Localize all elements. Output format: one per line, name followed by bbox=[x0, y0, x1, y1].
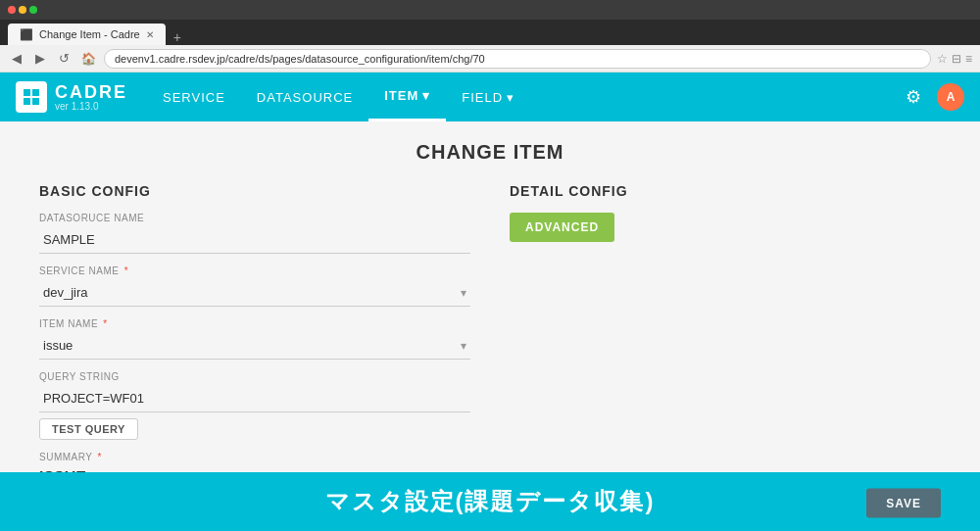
advanced-button[interactable]: ADVANCED bbox=[510, 213, 614, 242]
query-string-field-group: QUERY STRING TEST QUERY bbox=[39, 371, 470, 440]
logo-icon bbox=[16, 81, 47, 113]
tab-favicon: ⬛ bbox=[20, 28, 33, 41]
detail-config-panel: DETAIL CONFIG ADVANCED bbox=[510, 183, 941, 472]
cadre-logo-svg bbox=[22, 87, 41, 107]
header-actions: ⚙ A bbox=[898, 81, 964, 113]
datasource-name-label: DATASORUCE NAME bbox=[39, 213, 470, 223]
nav-item-field-label: FIELD bbox=[462, 90, 503, 105]
home-icon[interactable]: 🏠 bbox=[81, 52, 96, 66]
page-title: CHANGE ITEM bbox=[39, 141, 941, 164]
service-name-select[interactable]: dev_jira bbox=[39, 279, 470, 307]
url-bar[interactable] bbox=[104, 49, 931, 69]
menu-icon[interactable]: ≡ bbox=[965, 52, 972, 66]
logo-area: CADRE ver 1.13.0 bbox=[16, 81, 127, 113]
detail-config-title: DETAIL CONFIG bbox=[510, 183, 941, 199]
summary-field-group: SUMMARY * ISSUE bbox=[39, 452, 470, 472]
footer-banner: マスタ設定(課題データ収集) SAVE bbox=[0, 472, 980, 531]
summary-value: ISSUE bbox=[39, 465, 470, 472]
new-tab-button[interactable]: + bbox=[170, 29, 185, 45]
svg-rect-0 bbox=[24, 89, 30, 96]
avatar[interactable]: A bbox=[937, 83, 964, 111]
query-string-input[interactable] bbox=[39, 385, 470, 412]
app-header: CADRE ver 1.13.0 SERVICE DATASOURCE ITEM… bbox=[0, 72, 980, 121]
back-button[interactable]: ◀ bbox=[8, 49, 25, 68]
item-name-field-group: ITEM NAME * issue ▾ bbox=[39, 318, 470, 360]
settings-button[interactable]: ⚙ bbox=[898, 81, 929, 113]
active-tab[interactable]: ⬛ Change Item - Cadre ✕ bbox=[8, 24, 166, 45]
nav-item-field[interactable]: FIELD ▾ bbox=[446, 72, 530, 121]
main-content: CHANGE ITEM BASIC CONFIG DATASORUCE NAME… bbox=[0, 121, 980, 472]
save-button[interactable]: SAVE bbox=[866, 489, 941, 518]
browser-nav-icons: ☆ ⊟ ≡ bbox=[937, 52, 972, 66]
logo-text: CADRE bbox=[55, 82, 127, 103]
nav-item-service[interactable]: SERVICE bbox=[147, 72, 241, 121]
nav-item-datasource[interactable]: DATASOURCE bbox=[241, 72, 368, 121]
config-layout: BASIC CONFIG DATASORUCE NAME SERVICE NAM… bbox=[39, 183, 941, 472]
bookmark-icon[interactable]: ⊟ bbox=[952, 52, 961, 66]
tab-close-icon[interactable]: ✕ bbox=[146, 29, 154, 40]
item-name-label: ITEM NAME * bbox=[39, 318, 470, 329]
banner-text: マスタ設定(課題データ収集) bbox=[325, 486, 656, 517]
maximize-dot bbox=[29, 6, 37, 14]
chevron-down-icon: ▾ bbox=[422, 88, 430, 103]
nav-item-item[interactable]: ITEM ▾ bbox=[368, 72, 446, 121]
query-string-label: QUERY STRING bbox=[39, 371, 470, 382]
datasource-name-field-group: DATASORUCE NAME bbox=[39, 213, 470, 254]
item-required-star: * bbox=[103, 318, 107, 329]
basic-config-title: BASIC CONFIG bbox=[39, 183, 470, 199]
test-query-button[interactable]: TEST QUERY bbox=[39, 418, 138, 440]
item-name-select-wrap: issue ▾ bbox=[39, 332, 470, 360]
svg-rect-3 bbox=[32, 98, 39, 105]
nav-item-item-label: ITEM bbox=[384, 88, 418, 103]
save-area: SAVE bbox=[866, 486, 941, 518]
nav-bar: ◀ ▶ ↺ 🏠 ☆ ⊟ ≡ bbox=[0, 45, 980, 72]
main-nav: SERVICE DATASOURCE ITEM ▾ FIELD ▾ bbox=[147, 72, 898, 121]
close-dot bbox=[8, 6, 16, 14]
chevron-down-icon-field: ▾ bbox=[507, 90, 514, 105]
service-name-select-wrap: dev_jira ▾ bbox=[39, 279, 470, 307]
svg-rect-1 bbox=[32, 89, 39, 96]
star-icon[interactable]: ☆ bbox=[937, 52, 948, 66]
datasource-name-input[interactable] bbox=[39, 226, 470, 254]
svg-rect-2 bbox=[24, 98, 30, 105]
summary-required-star: * bbox=[98, 452, 102, 462]
service-required-star: * bbox=[124, 266, 128, 276]
browser-bar bbox=[0, 0, 980, 20]
basic-config-panel: BASIC CONFIG DATASORUCE NAME SERVICE NAM… bbox=[39, 183, 470, 472]
service-name-field-group: SERVICE NAME * dev_jira ▾ bbox=[39, 266, 470, 307]
item-name-select[interactable]: issue bbox=[39, 332, 470, 360]
summary-label: SUMMARY * bbox=[39, 452, 470, 462]
refresh-button[interactable]: ↺ bbox=[55, 49, 74, 68]
service-name-label: SERVICE NAME * bbox=[39, 266, 470, 276]
forward-button[interactable]: ▶ bbox=[31, 49, 49, 68]
tab-bar: ⬛ Change Item - Cadre ✕ + bbox=[0, 20, 980, 45]
minimize-dot bbox=[19, 6, 26, 14]
window-controls bbox=[8, 6, 37, 14]
tab-title: Change Item - Cadre bbox=[39, 28, 140, 40]
